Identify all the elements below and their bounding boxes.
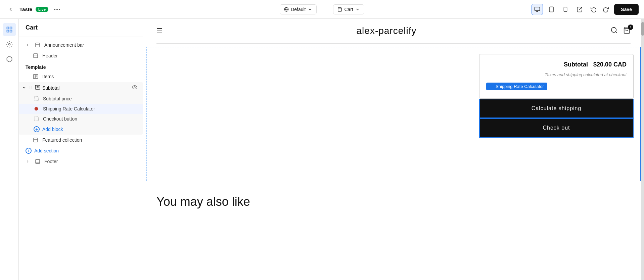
add-section-button[interactable]: + Add section	[19, 145, 143, 156]
shipping-calc-badge-text: Shipping Rate Calculator	[496, 84, 544, 89]
sidebar-item-subtotal-price[interactable]: Subtotal price	[19, 94, 143, 104]
more-button[interactable]	[52, 4, 62, 15]
sidebar-item-footer[interactable]: Footer	[19, 156, 143, 167]
store-title: alex-parcelify	[357, 26, 417, 36]
cart-left-area	[153, 54, 472, 174]
main-layout: Cart Announcement bar Header	[0, 19, 644, 280]
svg-rect-36	[34, 97, 38, 101]
undo-button[interactable]	[588, 4, 599, 15]
you-may-also-like: You may also like	[143, 185, 644, 219]
sidebar-settings-button[interactable]	[3, 38, 16, 51]
add-block-label: Add block	[42, 127, 63, 132]
svg-point-0	[54, 9, 55, 10]
sidebar-item-shipping-rate-calculator[interactable]: Shipping Rate Calculator	[19, 104, 143, 114]
cart-right-area: Subtotal $20.00 CAD Taxes and shipping c…	[479, 54, 634, 174]
store-name: Taste	[19, 6, 32, 12]
cart-content-area: Subtotal $20.00 CAD Taxes and shipping c…	[146, 47, 641, 181]
sidebar-item-featured-collection[interactable]: Featured collection	[19, 135, 143, 145]
subtotal-icon	[35, 85, 40, 91]
svg-rect-41	[36, 159, 40, 164]
svg-rect-14	[10, 27, 12, 29]
svg-point-27	[31, 86, 32, 87]
svg-point-37	[35, 107, 38, 111]
tablet-view-button[interactable]	[546, 4, 557, 15]
chevron-right-icon	[26, 43, 32, 47]
svg-point-2	[59, 9, 60, 10]
left-panel: Cart Announcement bar Header	[19, 19, 143, 280]
save-button[interactable]: Save	[614, 4, 639, 15]
svg-point-28	[30, 87, 30, 88]
sidebar-apps-button[interactable]	[3, 52, 16, 66]
svg-rect-15	[10, 30, 12, 32]
svg-point-30	[30, 88, 30, 89]
shipping-calculator-label: Shipping Rate Calculator	[43, 106, 95, 111]
default-label: Default	[291, 7, 306, 12]
calculate-shipping-button[interactable]: Calculate shipping	[480, 99, 633, 118]
panel-scroll: Announcement bar Header Template Items	[19, 37, 143, 280]
cart-count-badge: 1	[628, 25, 633, 30]
svg-point-26	[30, 86, 30, 87]
icon-sidebar	[0, 19, 19, 280]
add-block-button[interactable]: + Add block	[19, 124, 143, 135]
share-button[interactable]	[574, 4, 585, 15]
topbar-center: Default Cart	[218, 4, 426, 14]
svg-rect-38	[34, 117, 38, 121]
featured-collection-icon	[33, 137, 39, 143]
add-section-label: Add section	[34, 148, 59, 153]
mobile-view-button[interactable]	[560, 4, 571, 15]
store-preview: ☰ alex-parcelify 1	[143, 19, 644, 280]
checkout-icon	[34, 116, 40, 122]
visibility-icon[interactable]	[132, 85, 137, 91]
svg-point-17	[8, 44, 10, 45]
subtotal-label: Subtotal	[42, 85, 130, 91]
checkout-button-label: Checkout button	[43, 116, 77, 122]
topbar-right: Save	[430, 4, 639, 15]
sidebar-item-checkout-button[interactable]: Checkout button	[19, 114, 143, 124]
subtotal-note: Taxes and shipping calculated at checkou…	[486, 72, 627, 77]
canvas-selection-line	[640, 47, 641, 181]
cart-dropdown[interactable]: Cart	[333, 4, 364, 14]
canvas-scrollbar-thumb[interactable]	[641, 22, 644, 36]
store-separator	[156, 43, 631, 44]
cart-label: Cart	[344, 7, 353, 12]
svg-point-31	[31, 88, 32, 89]
cart-icon[interactable]: 1	[623, 27, 631, 36]
svg-point-1	[56, 9, 58, 10]
header-label: Header	[42, 53, 137, 58]
subtotal-text: Subtotal	[564, 61, 588, 68]
undo-redo-group	[588, 4, 611, 15]
checkout-button[interactable]: Check out	[479, 118, 634, 138]
drag-handle-icon	[28, 85, 33, 91]
desktop-view-button[interactable]	[532, 4, 543, 15]
svg-point-29	[31, 87, 32, 88]
hamburger-menu[interactable]: ☰	[156, 27, 163, 35]
svg-rect-16	[7, 30, 9, 32]
default-dropdown[interactable]: Default	[280, 4, 317, 14]
subtotal-row: Subtotal $20.00 CAD	[486, 61, 627, 68]
svg-rect-39	[34, 138, 38, 142]
shipping-calc-section: Calculate shipping	[479, 99, 634, 118]
live-badge: Live	[36, 7, 48, 12]
shipping-icon	[34, 106, 40, 111]
svg-rect-18	[36, 43, 40, 47]
canvas-area: ☰ alex-parcelify 1	[143, 19, 644, 280]
svg-rect-13	[7, 27, 9, 29]
back-button[interactable]	[5, 4, 16, 15]
layout-icon	[35, 42, 41, 48]
topbar-left: Taste Live	[5, 4, 214, 15]
sidebar-item-subtotal[interactable]: Subtotal	[19, 82, 143, 94]
sidebar-item-header[interactable]: Header	[19, 50, 143, 61]
sidebar-sections-button[interactable]	[3, 23, 16, 36]
redo-button[interactable]	[600, 4, 611, 15]
announcement-bar-label: Announcement bar	[44, 42, 137, 48]
sidebar-item-announcement-bar[interactable]: Announcement bar	[19, 40, 143, 50]
subtotal-section: Subtotal Subtotal price	[19, 82, 143, 135]
header-icon	[33, 53, 39, 58]
search-icon[interactable]	[610, 27, 618, 36]
sidebar-item-items[interactable]: Items	[19, 71, 143, 82]
featured-collection-label: Featured collection	[42, 137, 137, 143]
svg-rect-46	[490, 85, 493, 88]
canvas-scrollbar[interactable]	[641, 19, 644, 280]
svg-rect-6	[535, 7, 540, 11]
svg-rect-20	[34, 54, 38, 58]
